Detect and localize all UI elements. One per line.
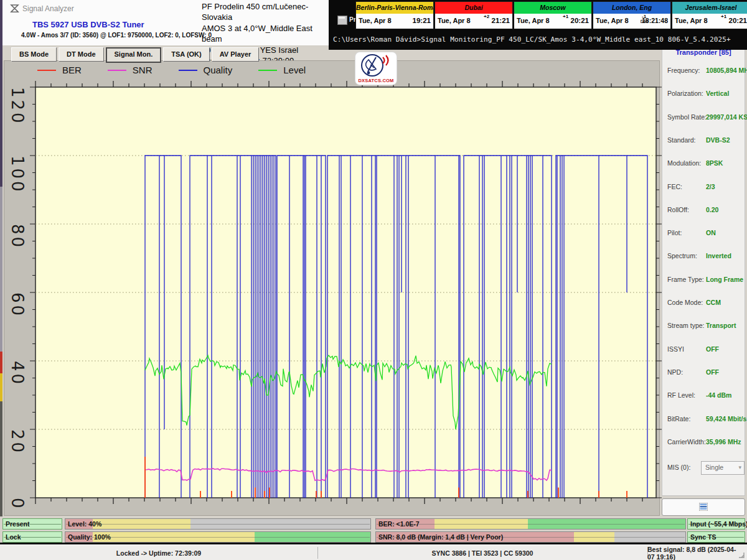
background-window-edge — [0, 352, 2, 373]
chart-legend: BERSNRQualityLevel — [37, 65, 306, 75]
resize-grip[interactable] — [738, 551, 745, 559]
clock-city-label: London, Eng — [593, 2, 670, 14]
row-value: CCM — [706, 299, 721, 306]
row-value: Inverted — [706, 252, 731, 259]
background-window-edge — [0, 373, 2, 401]
row-label: Pilot: — [667, 229, 682, 236]
y-tick-label: 40 — [9, 361, 26, 386]
legend-line-sample — [37, 70, 56, 71]
status-box-input-55-4-mbps: Input (~55,4 Mbps) — [687, 518, 745, 530]
clock-date: Tue, Apr 8 — [675, 17, 708, 24]
status-label: Quality: 100% — [68, 532, 111, 543]
console-prompt-text: C:\Users\Roman Dávid>Signal Monitoring_P… — [333, 35, 731, 44]
tab-bs-mode[interactable]: BS Mode — [11, 47, 57, 62]
satellite-dish-icon — [355, 52, 397, 78]
row-label: Modulation: — [667, 159, 701, 167]
antenna-info-line: AMOS 3 at 4,0°W_Middle East beam — [202, 23, 330, 45]
row-label: Spectrum: — [667, 252, 697, 259]
status-label: BER: <1.0E-7 — [378, 519, 420, 530]
clock-time: 21:21 — [492, 17, 510, 24]
legend-line-sample — [258, 70, 277, 71]
background-window-edge — [0, 187, 2, 352]
y-tick-label: 60 — [9, 292, 26, 318]
row-value: ON — [706, 229, 716, 236]
y-tick-label: 20 — [9, 429, 26, 455]
row-value: Long Frame — [706, 276, 743, 283]
row-value: 29997,014 KS/s — [706, 113, 747, 121]
row-value: -44 dBm — [706, 391, 731, 399]
clock-date: Tue, Apr 8 — [359, 17, 392, 24]
bar-groove — [377, 524, 685, 525]
tuner-title: TBS 5927 USB DVB-S2 Tuner — [32, 20, 144, 29]
status-label: Lock — [6, 532, 21, 543]
antenna-info-line: PF Prodelin 450 cm/Lučenec-Slovakia — [202, 1, 330, 23]
legend-line-sample — [108, 70, 126, 71]
clock-time: 20:21 — [571, 17, 589, 24]
legend-label: Quality — [204, 65, 233, 75]
world-clock-bar: Berlin-Paris-Vienna-RomaTue, Apr 819:21D… — [355, 1, 747, 29]
legend-line-sample — [179, 70, 197, 71]
row-value: DVB-S2 — [706, 136, 730, 144]
clock-dubai: DubaiTue, Apr 8+221:21 — [435, 1, 513, 29]
tab-dt-mode[interactable]: DT Mode — [59, 47, 103, 62]
y-tick-label: 100 — [9, 156, 26, 194]
row-value: Vertical — [706, 90, 729, 97]
window-title: Signal Analyzer — [22, 4, 74, 13]
status-label: Present — [6, 519, 30, 530]
clock-time: 20:21 — [729, 17, 747, 24]
tab-tsa-ok[interactable]: TSA (OK) — [163, 47, 209, 62]
legend-label: SNR — [133, 65, 153, 75]
row-label: RollOff: — [667, 206, 689, 213]
tab-bar: BS ModeDT ModeSignal Mon.TSA (OK)AV Play… — [11, 47, 259, 63]
y-tick-label: 120 — [9, 87, 26, 126]
clock-moscow: MoscowTue, Apr 8+120:21 — [514, 1, 592, 29]
plot-area — [35, 87, 656, 498]
row-label: Frequency: — [667, 67, 700, 74]
mis-selected-value: Single — [705, 464, 723, 471]
row-label: BitRate: — [667, 415, 690, 422]
row-label: FEC: — [667, 183, 682, 190]
row-value: 8PSK — [706, 159, 723, 167]
status-bar-level-40: Level: 40% — [65, 518, 371, 530]
status-label: SNR: 8,0 dB (Margin: 1,4 dB | Very Poor) — [378, 532, 503, 543]
row-label: Polarization: — [667, 90, 703, 97]
status-sync-counters: SYNC 3886 | TEI 3523 | CC 59300 — [317, 545, 647, 560]
row-value: OFF — [706, 368, 719, 376]
row-label: Stream type: — [667, 322, 705, 329]
clock-london-eng: London, EngTue, Apr 8-1DST18:21:48 — [593, 1, 671, 29]
mis-select[interactable]: Single ▾ — [701, 461, 745, 475]
legend-label: BER — [62, 65, 82, 75]
clock-time-row: Tue, Apr 8+120:21 — [514, 14, 591, 29]
console-window: Pri Berlin-Paris-Vienna-RomaTue, Apr 819… — [329, 0, 747, 50]
transponder-report-button[interactable] — [662, 498, 745, 516]
row-label: Symbol Rate: — [667, 113, 707, 121]
logo-text: DXSATCS.COM — [355, 78, 397, 83]
row-value: Transport — [706, 322, 736, 329]
row-label: RF Level: — [667, 391, 695, 399]
chevron-down-icon: ▾ — [738, 462, 741, 474]
tab-av-player[interactable]: AV Player — [212, 47, 260, 62]
clock-date: Tue, Apr 8 — [517, 17, 550, 24]
dxsatcs-logo: DXSATCS.COM — [355, 52, 397, 85]
background-window-edge — [0, 401, 2, 516]
status-best-signal: Best signal: 8,8 dB (2025-04-07 19:16) — [647, 545, 738, 560]
clock-time-row: Tue, Apr 8-1DST18:21:48 — [593, 14, 670, 29]
clock-time-row: Tue, Apr 8+120:21 — [672, 14, 747, 29]
tab-signal-mon[interactable]: Signal Mon. — [106, 47, 162, 63]
status-box-present: Present — [2, 518, 62, 530]
row-label: NPD: — [667, 368, 683, 376]
row-value: OFF — [706, 345, 719, 353]
clock-utc-offset: +2 — [484, 14, 489, 19]
clock-time-row: Tue, Apr 8+221:21 — [435, 14, 512, 29]
signal-analyzer-window: Signal Analyzer TBS 5927 USB DVB-S2 Tune… — [0, 0, 747, 560]
row-value: 59,424 Mbit/s — [706, 415, 746, 422]
clock-city-label: Moscow — [514, 2, 591, 14]
y-tick-label: 80 — [9, 224, 26, 250]
status-uptime: Locked -> Uptime: 72:39:09 — [0, 545, 317, 560]
status-label: Level: 40% — [68, 519, 101, 530]
clock-date: Tue, Apr 8 — [438, 17, 471, 24]
row-value: 2/3 — [706, 183, 715, 190]
legend-label: Level — [283, 65, 306, 75]
status-box-lock: Lock — [2, 531, 62, 543]
status-bar: Locked -> Uptime: 72:39:09 SYNC 3886 | T… — [0, 544, 747, 560]
